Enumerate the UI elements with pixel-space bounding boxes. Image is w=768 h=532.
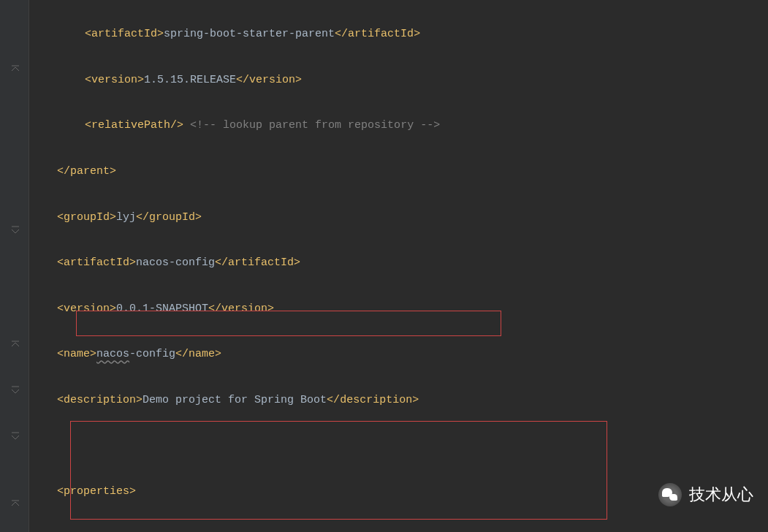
empty-line — [32, 435, 768, 457]
xml-line: <description>Demo project for Spring Boo… — [32, 389, 768, 411]
xml-line: <name>nacos-config</name> — [32, 343, 768, 365]
code-editor[interactable]: <artifactId>spring-boot-starter-parent</… — [0, 0, 768, 532]
watermark: 技术从心 — [658, 483, 753, 506]
xml-line: <artifactId>nacos-config</artifactId> — [32, 251, 768, 274]
fold-start-icon[interactable] — [10, 385, 20, 395]
watermark-text: 技术从心 — [689, 484, 753, 506]
xml-line: <groupId>lyj</groupId> — [32, 206, 768, 229]
fold-end-icon[interactable] — [10, 340, 20, 350]
xml-line: </parent> — [32, 160, 768, 183]
xml-line: <version>1.5.15.RELEASE</version> — [32, 69, 768, 91]
xml-line: <properties> — [32, 480, 768, 503]
xml-line: <artifactId>spring-boot-starter-parent</… — [32, 23, 768, 45]
fold-end-icon[interactable] — [10, 64, 20, 75]
fold-start-icon[interactable] — [10, 225, 20, 235]
xml-line: <project.build.sourceEncoding>UTF-8</pro… — [32, 526, 768, 532]
fold-start-icon[interactable] — [10, 431, 20, 441]
wechat-icon — [658, 483, 682, 506]
xml-line: <relativePath/> <!-- lookup parent from … — [32, 114, 768, 137]
editor-gutter — [0, 0, 29, 532]
fold-end-icon[interactable] — [10, 499, 20, 509]
xml-line: <version>0.0.1-SNAPSHOT</version> — [32, 297, 768, 320]
